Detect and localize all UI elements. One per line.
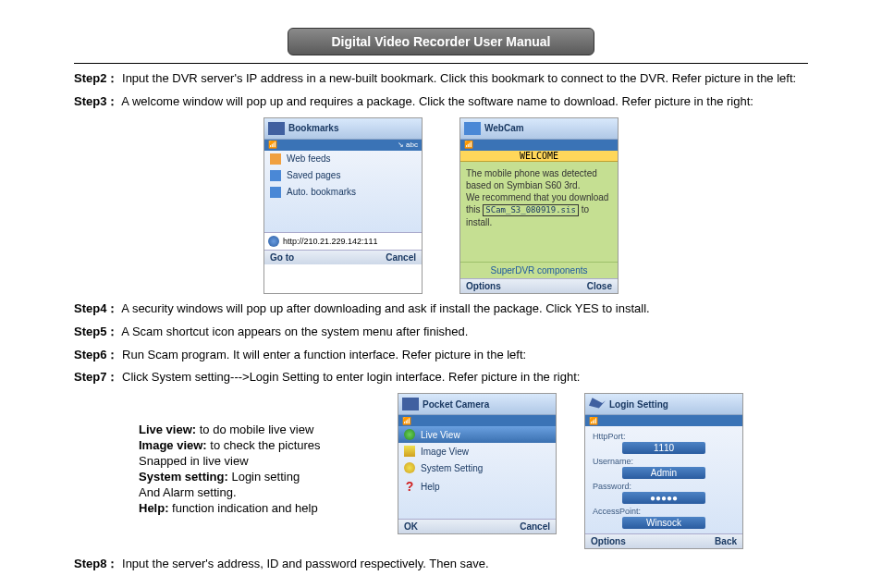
image-icon bbox=[404, 446, 415, 457]
httpport-label: HttpPort: bbox=[593, 432, 735, 441]
figure-row-2: Live view: to do mobile live view Image … bbox=[74, 393, 808, 549]
pocket-status: 📶 bbox=[398, 415, 556, 426]
step4: Step4： A security windows will pop up af… bbox=[74, 301, 808, 317]
password-value[interactable]: ●●●●● bbox=[622, 492, 705, 504]
pocket-item-label: System Setting bbox=[421, 463, 483, 473]
pocket-title: Pocket Camera bbox=[423, 399, 489, 410]
bookmark-app-icon bbox=[268, 122, 285, 135]
welcome-header: WebCam bbox=[460, 118, 618, 140]
pocket-item-label: Live View bbox=[421, 430, 460, 440]
bookmarks-url[interactable]: http://210.21.229.142:111 bbox=[283, 237, 418, 246]
step2-text: Input the DVR server's IP address in a n… bbox=[122, 71, 796, 85]
softkey-goto[interactable]: Go to bbox=[270, 252, 294, 263]
pocket-item-image[interactable]: Image View bbox=[398, 443, 556, 459]
welcome-softkeys: Options Close bbox=[460, 278, 618, 293]
title-separator bbox=[74, 63, 808, 64]
pocket-item-label: Help bbox=[421, 482, 440, 492]
login-title: Login Setting bbox=[609, 399, 668, 410]
legend-help-label: Help: bbox=[139, 501, 169, 515]
bookmarks-item-label: Saved pages bbox=[287, 170, 340, 180]
login-header: Login Setting bbox=[585, 394, 742, 415]
step8-text: Input the server's address, ID and passw… bbox=[122, 557, 489, 570]
figure-row-1: Bookmarks 📶 ↘ abc Web feeds Saved pages … bbox=[74, 117, 808, 294]
pocket-item-live[interactable]: Live View bbox=[398, 426, 556, 443]
phone-pocket-camera: Pocket Camera 📶 Live View Image View Sys… bbox=[398, 393, 557, 534]
welcome-download-link[interactable]: SCam_S3_080919.sis bbox=[483, 204, 579, 217]
username-label: Username: bbox=[593, 457, 735, 466]
legend-help-text: function indication and help bbox=[169, 501, 318, 515]
bookmarks-item-feeds[interactable]: Web feeds bbox=[264, 151, 422, 167]
login-softkeys: Options Back bbox=[585, 533, 742, 548]
accesspoint-value[interactable]: Winsock bbox=[622, 517, 705, 529]
legend-image-label: Image view: bbox=[139, 438, 207, 452]
step7-text: Click System setting--->Login Setting to… bbox=[122, 370, 580, 384]
softkey-cancel[interactable]: Cancel bbox=[386, 252, 416, 263]
bookmarks-item-auto[interactable]: Auto. bookmarks bbox=[264, 184, 422, 201]
step5-text: A Scam shortcut icon appears on the syst… bbox=[121, 325, 468, 338]
pocket-item-help[interactable]: ? Help bbox=[398, 476, 556, 496]
step4-text: A security windows will pop up after dow… bbox=[121, 301, 649, 315]
bookmarks-url-row: http://210.21.229.142:111 bbox=[264, 232, 422, 250]
camera-icon bbox=[402, 398, 419, 410]
password-label: Password: bbox=[593, 482, 735, 491]
globe-icon bbox=[268, 236, 279, 247]
step5: Step5： A Scam shortcut icon appears on t… bbox=[74, 325, 808, 340]
pocket-item-label: Image View bbox=[421, 447, 469, 457]
accesspoint-label: AccessPoint: bbox=[593, 507, 735, 516]
legend-live-text: to do mobile live view bbox=[196, 423, 313, 436]
softkey-options[interactable]: Options bbox=[591, 536, 626, 546]
feed-icon bbox=[270, 153, 281, 165]
pocket-item-system[interactable]: System Setting bbox=[398, 459, 556, 476]
softkey-back[interactable]: Back bbox=[715, 536, 737, 546]
webcam-app-icon bbox=[464, 122, 481, 135]
login-status: 📶 bbox=[585, 415, 742, 426]
gear-icon bbox=[404, 462, 415, 473]
legend-sys-text: Login setting bbox=[228, 470, 300, 484]
phone-login-setting: Login Setting 📶 HttpPort: 1110 Username:… bbox=[584, 393, 743, 549]
step6: Step6： Run Scam program. It will enter a… bbox=[74, 348, 808, 363]
bookmarks-status: 📶 ↘ abc bbox=[264, 140, 422, 151]
step2-label: Step2： bbox=[74, 71, 118, 85]
username-value[interactable]: Admin bbox=[622, 467, 705, 479]
welcome-app-title: WebCam bbox=[484, 123, 524, 133]
step3: Step3： A welcome window will pop up and … bbox=[74, 94, 808, 110]
step7: Step7： Click System setting--->Login Set… bbox=[74, 370, 808, 386]
phone-bookmarks: Bookmarks 📶 ↘ abc Web feeds Saved pages … bbox=[263, 117, 423, 294]
welcome-status: 📶 bbox=[460, 140, 618, 151]
softkey-options[interactable]: Options bbox=[466, 281, 501, 291]
star-icon bbox=[270, 187, 281, 198]
step4-label: Step4： bbox=[74, 301, 118, 315]
signal-icon: 📶 bbox=[268, 141, 277, 149]
help-icon: ? bbox=[404, 479, 415, 494]
bookmarks-item-saved[interactable]: Saved pages bbox=[264, 167, 422, 184]
legend-image-text: to check the pictures bbox=[207, 438, 321, 452]
legend-alarm: And Alarm setting. bbox=[139, 485, 237, 499]
softkey-cancel[interactable]: Cancel bbox=[520, 521, 550, 532]
welcome-bar: WELCOME bbox=[460, 151, 618, 162]
bookmarks-title: Bookmarks bbox=[288, 123, 338, 133]
step2: Step2： Input the DVR server's IP address… bbox=[74, 71, 808, 87]
softkey-ok[interactable]: OK bbox=[404, 521, 418, 532]
legend-text: Live view: to do mobile live view Image … bbox=[139, 393, 370, 517]
live-icon bbox=[404, 429, 415, 440]
legend-snapped: Snapped in live view bbox=[139, 454, 249, 468]
welcome-components: SuperDVR components bbox=[460, 262, 618, 278]
step3-label: Step3： bbox=[74, 94, 118, 108]
login-form: HttpPort: 1110 Username: Admin Password:… bbox=[585, 426, 742, 533]
bookmarks-softkeys: Go to Cancel bbox=[264, 250, 422, 264]
input-mode: ↘ abc bbox=[398, 141, 418, 149]
welcome-body1: The mobile phone was detected based on S… bbox=[466, 168, 597, 190]
httpport-value[interactable]: 1110 bbox=[622, 442, 705, 454]
manual-title: Digital Video Recorder User Manual bbox=[288, 28, 594, 55]
bookmarks-item-label: Auto. bookmarks bbox=[287, 187, 356, 197]
step3-text: A welcome window will pop up and require… bbox=[121, 94, 753, 108]
bookmarks-item-label: Web feeds bbox=[287, 153, 331, 164]
pocket-list: Live View Image View System Setting ? He… bbox=[398, 426, 556, 519]
welcome-body: The mobile phone was detected based on S… bbox=[460, 162, 618, 262]
pocket-softkeys: OK Cancel bbox=[398, 519, 556, 533]
bookmarks-header: Bookmarks bbox=[264, 118, 422, 140]
login-icon bbox=[589, 398, 606, 410]
step8-label: Step8： bbox=[74, 557, 118, 570]
softkey-close[interactable]: Close bbox=[587, 281, 612, 291]
pocket-header: Pocket Camera bbox=[398, 394, 556, 415]
